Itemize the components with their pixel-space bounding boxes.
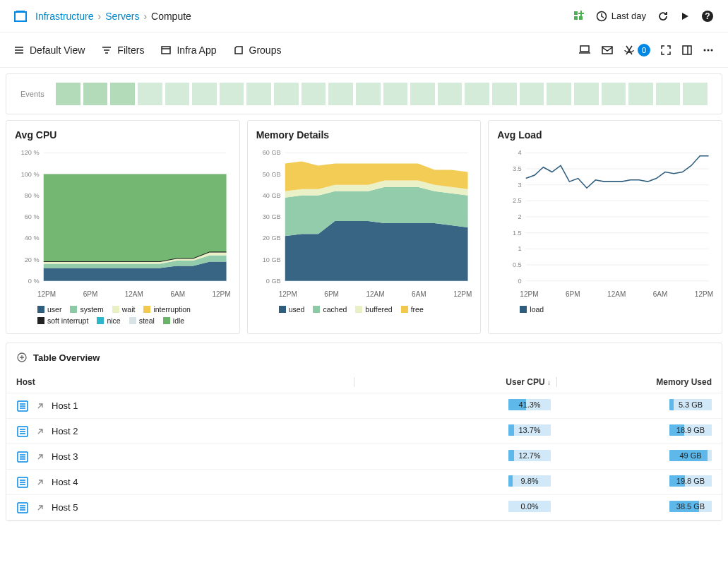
legend-item[interactable]: user bbox=[37, 305, 61, 314]
filters-button[interactable]: Filters bbox=[102, 44, 144, 56]
mem-value: 5.3 GB bbox=[669, 399, 712, 410]
svg-point-13 bbox=[708, 49, 710, 51]
event-box[interactable] bbox=[547, 83, 571, 105]
toolbar: Default View Filters Infra App Groups 0 bbox=[0, 32, 728, 68]
add-widget-icon[interactable] bbox=[573, 11, 585, 22]
more-icon[interactable] bbox=[703, 44, 714, 56]
legend-item[interactable]: system bbox=[70, 305, 103, 314]
col-cpu-header[interactable]: User CPU ↓ bbox=[360, 377, 551, 387]
svg-text:40 %: 40 % bbox=[25, 234, 40, 242]
mem-value: 38.5 GB bbox=[669, 501, 712, 512]
cpu-value: 12.7% bbox=[508, 450, 551, 461]
col-host-header[interactable]: Host bbox=[16, 377, 348, 387]
fullscreen-icon[interactable] bbox=[660, 44, 672, 56]
external-link-icon[interactable] bbox=[36, 504, 44, 512]
legend-item[interactable]: used bbox=[279, 305, 305, 314]
event-box[interactable] bbox=[56, 83, 80, 105]
external-link-icon[interactable] bbox=[36, 478, 44, 487]
events-boxes[interactable] bbox=[56, 83, 708, 105]
chart-svg[interactable]: 0 GB10 GB20 GB30 GB40 GB50 GB60 GB bbox=[256, 146, 472, 287]
legend-item[interactable]: wait bbox=[112, 305, 136, 314]
external-link-icon[interactable] bbox=[36, 453, 44, 461]
panel-icon[interactable] bbox=[681, 44, 693, 56]
event-box[interactable] bbox=[628, 83, 653, 105]
legend-item[interactable]: idle bbox=[163, 316, 184, 325]
legend-item[interactable]: load bbox=[520, 305, 544, 314]
event-box[interactable] bbox=[110, 83, 135, 105]
filters-label: Filters bbox=[117, 44, 144, 56]
table-row[interactable]: Host 5 0.0% 38.5 GB bbox=[6, 495, 722, 521]
svg-text:?: ? bbox=[705, 11, 710, 21]
event-box[interactable] bbox=[356, 83, 381, 105]
event-box[interactable] bbox=[274, 83, 299, 105]
table-head-row: Host User CPU ↓ Memory Used bbox=[6, 371, 722, 393]
play-icon[interactable] bbox=[680, 11, 690, 21]
breadcrumb-mid[interactable]: Servers bbox=[105, 11, 139, 22]
legend-item[interactable]: buffered bbox=[355, 305, 392, 314]
event-box[interactable] bbox=[328, 83, 353, 105]
external-link-icon[interactable] bbox=[36, 402, 44, 410]
table-row[interactable]: Host 4 9.8% 19.8 GB bbox=[6, 470, 722, 495]
time-range-selector[interactable]: Last day bbox=[596, 11, 646, 22]
svg-text:10 GB: 10 GB bbox=[262, 256, 280, 263]
infra-app-button[interactable]: Infra App bbox=[161, 44, 216, 56]
event-box[interactable] bbox=[492, 83, 517, 105]
svg-text:0.5: 0.5 bbox=[513, 261, 522, 268]
event-box[interactable] bbox=[410, 83, 435, 105]
svg-text:1.5: 1.5 bbox=[513, 230, 522, 237]
legend-item[interactable]: interruption bbox=[143, 305, 191, 314]
svg-text:60 GB: 60 GB bbox=[262, 149, 280, 156]
alerts-count: 0 bbox=[638, 44, 650, 56]
event-box[interactable] bbox=[383, 83, 408, 105]
mail-icon[interactable] bbox=[601, 44, 614, 56]
table-body: Host 1 41.3% 5.3 GB Host 2 bbox=[6, 393, 722, 521]
event-box[interactable] bbox=[574, 83, 599, 105]
table-icon bbox=[16, 352, 28, 363]
legend-item[interactable]: cached bbox=[313, 305, 347, 314]
help-icon[interactable]: ? bbox=[701, 10, 714, 23]
event-box[interactable] bbox=[246, 83, 271, 105]
col-mem-header[interactable]: Memory Used bbox=[563, 377, 712, 387]
svg-point-14 bbox=[711, 49, 713, 51]
host-name: Host 1 bbox=[52, 400, 78, 411]
svg-rect-3 bbox=[574, 16, 578, 20]
event-box[interactable] bbox=[302, 83, 326, 105]
cpu-value: 13.7% bbox=[508, 424, 551, 436]
table-row[interactable]: Host 2 13.7% 18.9 GB bbox=[6, 419, 722, 444]
event-box[interactable] bbox=[165, 83, 190, 105]
event-box[interactable] bbox=[520, 83, 544, 105]
legend-item[interactable]: free bbox=[401, 305, 424, 314]
charts-row: Avg CPU0 %20 %40 %60 %80 %100 %120 %12PM… bbox=[0, 120, 728, 334]
chart-svg[interactable]: 00.511.522.533.54 bbox=[497, 146, 713, 287]
table-title: Table Overview bbox=[33, 352, 100, 363]
event-box[interactable] bbox=[83, 83, 108, 105]
event-box[interactable] bbox=[192, 83, 217, 105]
table-row[interactable]: Host 3 12.7% 49 GB bbox=[6, 444, 722, 470]
chart-svg[interactable]: 0 %20 %40 %60 %80 %100 %120 % bbox=[15, 146, 231, 287]
svg-rect-1 bbox=[16, 11, 25, 13]
svg-text:0: 0 bbox=[518, 278, 522, 285]
svg-rect-4 bbox=[579, 16, 583, 20]
event-box[interactable] bbox=[683, 83, 708, 105]
event-box[interactable] bbox=[602, 83, 626, 105]
cpu-value: 0.0% bbox=[508, 501, 551, 512]
view-menu[interactable]: Default View bbox=[14, 44, 85, 56]
event-box[interactable] bbox=[138, 83, 162, 105]
event-box[interactable] bbox=[220, 83, 244, 105]
app-logo-icon[interactable] bbox=[14, 10, 27, 23]
legend-swatch bbox=[401, 306, 408, 313]
alerts-icon[interactable]: 0 bbox=[623, 44, 650, 56]
legend-item[interactable]: soft interrupt bbox=[37, 316, 88, 325]
legend-item[interactable]: nice bbox=[97, 316, 120, 325]
event-box[interactable] bbox=[438, 83, 463, 105]
table-row[interactable]: Host 1 41.3% 5.3 GB bbox=[6, 393, 722, 419]
groups-button[interactable]: Groups bbox=[234, 44, 282, 56]
legend-item[interactable]: steal bbox=[129, 316, 155, 325]
laptop-icon[interactable] bbox=[578, 44, 591, 56]
breadcrumb-root[interactable]: Infrastructure bbox=[35, 11, 93, 22]
event-box[interactable] bbox=[656, 83, 681, 105]
chart-title: Avg CPU bbox=[15, 129, 231, 141]
external-link-icon[interactable] bbox=[36, 427, 44, 436]
refresh-icon[interactable] bbox=[657, 11, 669, 22]
event-box[interactable] bbox=[465, 83, 489, 105]
